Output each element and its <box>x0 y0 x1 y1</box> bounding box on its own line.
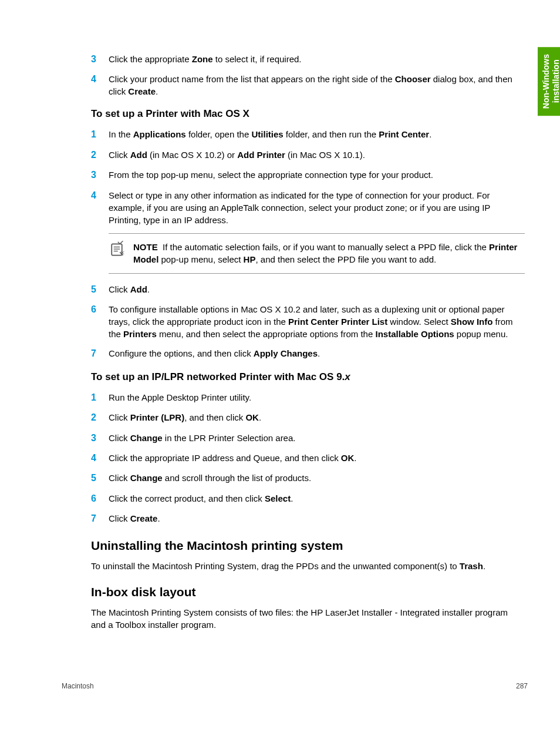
para-uninstall: To uninstall the Macintosh Printing Syst… <box>91 560 525 572</box>
list-text: Click the appropriate IP address and Que… <box>109 452 525 465</box>
list-text: Click the correct product, and then clic… <box>109 492 525 505</box>
list-text: Click Add. <box>109 283 525 296</box>
note-icon <box>109 241 125 257</box>
note-body: If the automatic selection fails, or if … <box>133 242 517 265</box>
list-text: Run the Apple Desktop Printer utility. <box>109 391 525 404</box>
list-item: 1In the Applications folder, open the Ut… <box>91 128 525 141</box>
list-text: Click Create. <box>109 512 525 525</box>
page-content: 3Click the appropriate Zone to select it… <box>0 0 560 746</box>
list-number: 1 <box>91 391 109 404</box>
list-text: Configure the options, and then click Ap… <box>109 347 525 360</box>
list-text: Click Add (in Mac OS X 10.2) or Add Prin… <box>109 149 525 162</box>
note-label: NOTE <box>133 242 158 252</box>
heading-inbox: In-box disk layout <box>91 585 525 599</box>
list-item: 4Click the appropriate IP address and Qu… <box>91 452 525 465</box>
note-text: NOTE If the automatic selection fails, o… <box>133 241 525 267</box>
list-text: Click Change and scroll through the list… <box>109 472 525 485</box>
list-item: 4Click your product name from the list t… <box>91 73 525 98</box>
list-number: 5 <box>91 472 109 485</box>
list-item: 7Configure the options, and then click A… <box>91 347 525 360</box>
heading-setup-os9: To set up an IP/LPR networked Printer wi… <box>91 371 525 383</box>
list-number: 4 <box>91 73 109 98</box>
top-list: 3Click the appropriate Zone to select it… <box>91 53 525 98</box>
list-number: 5 <box>91 283 109 296</box>
para-inbox: The Macintosh Printing System consists o… <box>91 606 525 631</box>
list-item: 6Click the correct product, and then cli… <box>91 492 525 505</box>
list-item: 2Click Printer (LPR), and then click OK. <box>91 411 525 424</box>
list-text: Click the appropriate Zone to select it,… <box>109 53 525 66</box>
list-item: 3Click the appropriate Zone to select it… <box>91 53 525 66</box>
list-item: 3From the top pop-up menu, select the ap… <box>91 169 525 182</box>
list-a2: 5Click Add.6To configure installable opt… <box>91 283 525 361</box>
list-text: In the Applications folder, open the Uti… <box>109 128 525 141</box>
list-number: 2 <box>91 149 109 162</box>
footer: Macintosh 287 <box>62 682 528 690</box>
list-text: To configure installable options in Mac … <box>109 303 525 340</box>
list-number: 3 <box>91 169 109 182</box>
heading-os9-x: x <box>345 371 350 382</box>
list-text: Click Printer (LPR), and then click OK. <box>109 411 525 424</box>
list-text: Select or type in any other information … <box>109 189 525 226</box>
list-item: 1Run the Apple Desktop Printer utility. <box>91 391 525 404</box>
list-number: 7 <box>91 512 109 525</box>
list-number: 1 <box>91 128 109 141</box>
list-number: 3 <box>91 53 109 66</box>
list-number: 6 <box>91 492 109 505</box>
list-number: 4 <box>91 452 109 465</box>
list-number: 2 <box>91 411 109 424</box>
list-number: 4 <box>91 189 109 226</box>
list-item: 5Click Add. <box>91 283 525 296</box>
footer-right: 287 <box>516 682 528 690</box>
list-text: Click Change in the LPR Printer Selectio… <box>109 432 525 445</box>
list-number: 6 <box>91 303 109 340</box>
list-text: Click your product name from the list th… <box>109 73 525 98</box>
list-item: 6To configure installable options in Mac… <box>91 303 525 340</box>
list-item: 5Click Change and scroll through the lis… <box>91 472 525 485</box>
list-item: 4Select or type in any other information… <box>91 189 525 226</box>
heading-uninstall: Uninstalling the Macintosh printing syst… <box>91 539 525 553</box>
list-item: 7Click Create. <box>91 512 525 525</box>
svg-rect-0 <box>112 244 122 255</box>
footer-left: Macintosh <box>62 682 94 690</box>
list-item: 2Click Add (in Mac OS X 10.2) or Add Pri… <box>91 149 525 162</box>
list-item: 3Click Change in the LPR Printer Selecti… <box>91 432 525 445</box>
heading-setup-osx: To set up a Printer with Mac OS X <box>91 108 525 120</box>
note-box: NOTE If the automatic selection fails, o… <box>109 233 525 274</box>
heading-os9-pre: To set up an IP/LPR networked Printer wi… <box>91 371 345 382</box>
list-text: From the top pop-up menu, select the app… <box>109 169 525 182</box>
list-number: 3 <box>91 432 109 445</box>
list-number: 7 <box>91 347 109 360</box>
list-a: 1In the Applications folder, open the Ut… <box>91 128 525 226</box>
list-b: 1Run the Apple Desktop Printer utility.2… <box>91 391 525 526</box>
